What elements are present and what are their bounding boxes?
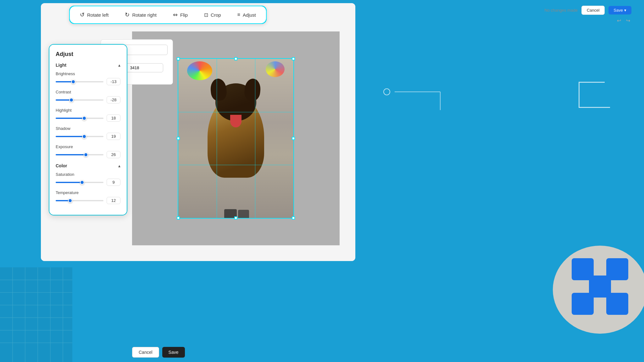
redo-button[interactable]: ↪ [625, 16, 631, 25]
bottom-cancel-button[interactable]: Cancel [132, 347, 159, 358]
svg-rect-22 [606, 293, 628, 315]
undo-redo-controls: ↩ ↪ [616, 16, 631, 25]
rotate-left-button[interactable]: ↺ Rotate left [76, 9, 112, 20]
toolbar: ↺ Rotate left ↻ Rotate right ⇔ Flip ⊡ Cr… [69, 6, 267, 24]
saturation-input[interactable] [107, 179, 120, 186]
brightness-input[interactable] [107, 78, 120, 85]
rotate-left-icon: ↺ [80, 11, 85, 18]
header-save-button[interactable]: Save ▾ [608, 6, 631, 14]
rotate-right-button[interactable]: ↻ Rotate right [121, 9, 160, 20]
color-section-label: Color [56, 163, 67, 168]
saturation-label: Saturation [56, 172, 120, 177]
crop-label: Crop [211, 12, 221, 18]
exposure-group: Exposure [56, 144, 120, 158]
shadow-track[interactable] [56, 136, 103, 137]
brightness-label: Brightness [56, 71, 120, 76]
svg-rect-14 [579, 107, 610, 108]
crop-handle-bottom-mid[interactable] [234, 216, 237, 220]
adjust-panel: Adjust Light ▴ Brightness Contrast Highl… [49, 44, 127, 215]
crop-overlay[interactable] [178, 58, 294, 219]
crop-handle-bottom-right[interactable] [292, 216, 295, 220]
adjust-button[interactable]: ≡ Adjust [234, 10, 260, 19]
temperature-group: Temperature [56, 190, 120, 204]
light-section-label: Light [56, 63, 66, 68]
svg-point-18 [553, 246, 644, 334]
crop-handle-mid-right[interactable] [292, 137, 295, 140]
header-save-label: Save [613, 8, 623, 13]
exposure-track[interactable] [56, 154, 103, 155]
saturation-group: Saturation [56, 172, 120, 186]
crop-handle-bottom-left[interactable] [177, 216, 180, 220]
contrast-group: Contrast [56, 90, 120, 103]
top-right-controls: No changes made Cancel Save ▾ [544, 6, 631, 15]
contrast-input[interactable] [107, 96, 120, 103]
brightness-track[interactable] [56, 81, 103, 82]
crop-image-container[interactable] [178, 58, 294, 219]
save-chevron-icon: ▾ [624, 8, 626, 13]
svg-rect-19 [572, 258, 594, 280]
svg-rect-12 [579, 82, 580, 107]
no-changes-text: No changes made [544, 8, 578, 13]
brightness-group: Brightness [56, 71, 120, 85]
exposure-label: Exposure [56, 144, 120, 149]
shadow-label: Shadow [56, 126, 120, 131]
highlight-track[interactable] [56, 118, 103, 119]
shadow-group: Shadow [56, 126, 120, 140]
saturation-track[interactable] [56, 182, 103, 183]
highlight-input[interactable] [107, 114, 120, 122]
rotate-left-label: Rotate left [87, 12, 108, 18]
shadow-input[interactable] [107, 133, 120, 140]
bottom-bar: Cancel Save [132, 347, 185, 358]
svg-rect-20 [606, 258, 628, 280]
crop-handle-top-right[interactable] [292, 57, 295, 60]
exposure-input[interactable] [107, 151, 120, 158]
adjust-label: Adjust [243, 12, 256, 18]
crop-button[interactable]: ⊡ Crop [200, 10, 225, 20]
crop-handle-top-left[interactable] [177, 57, 180, 60]
highlight-group: Highlight [56, 108, 120, 122]
adjust-icon: ≡ [237, 12, 240, 18]
crop-icon: ⊡ [204, 12, 208, 18]
svg-point-15 [384, 89, 390, 95]
svg-rect-13 [580, 82, 605, 83]
bottom-save-button[interactable]: Save [162, 347, 185, 358]
color-section-toggle[interactable]: ▴ [118, 163, 120, 168]
header-cancel-button[interactable]: Cancel [581, 6, 605, 15]
rotate-right-label: Rotate right [132, 12, 157, 18]
flip-label: Flip [180, 12, 188, 18]
flip-icon: ⇔ [173, 11, 178, 18]
svg-rect-23 [589, 276, 611, 298]
temperature-input[interactable] [107, 197, 120, 204]
crop-handle-mid-left[interactable] [177, 137, 180, 140]
crop-handle-top-mid[interactable] [234, 57, 237, 60]
contrast-track[interactable] [56, 99, 103, 101]
flip-button[interactable]: ⇔ Flip [169, 9, 192, 20]
svg-rect-21 [572, 293, 594, 315]
temperature-track[interactable] [56, 200, 103, 201]
light-section-toggle[interactable]: ▴ [118, 63, 120, 68]
dropbox-logo [550, 236, 644, 337]
temperature-label: Temperature [56, 190, 120, 195]
adjust-panel-title: Adjust [56, 51, 120, 58]
svg-rect-0 [0, 267, 72, 362]
highlight-label: Highlight [56, 108, 120, 113]
contrast-label: Contrast [56, 90, 120, 94]
rotate-right-icon: ↻ [125, 11, 130, 18]
undo-button[interactable]: ↩ [616, 16, 622, 25]
